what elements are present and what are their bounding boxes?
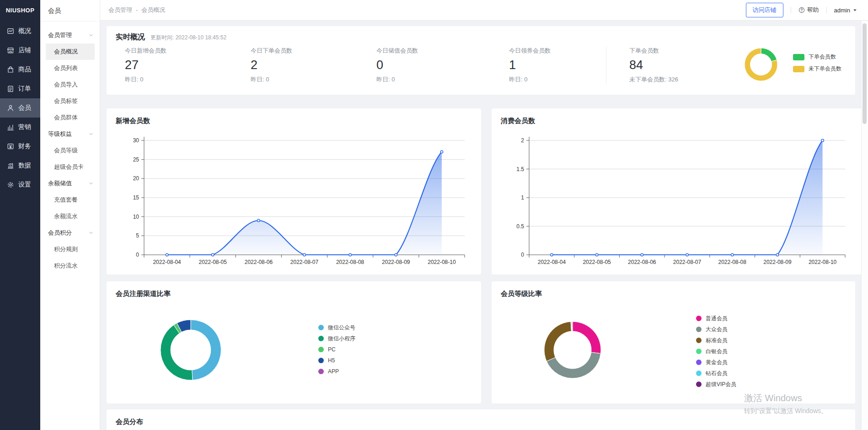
svg-text:10: 10 [133, 214, 139, 220]
legend-label: 下单会员数 [809, 53, 836, 61]
breadcrumb-separator: - [136, 6, 138, 13]
member-level-body: 普通会员大众会员标准会员白银会员黄金会员钻石会员超级VIP会员 [501, 301, 846, 393]
stat-label: 下单会员数 [629, 47, 744, 55]
submenu-item-points-records[interactable]: 积分流水 [46, 258, 95, 274]
member-level-donut-wrap [536, 313, 609, 388]
overview-title-row: 实时概况 更新时间: 2022-08-10 18:45:52 [116, 32, 846, 42]
new-members-title: 新增会员数 [116, 117, 472, 125]
consume-members-line-chart: 00.511.522022-08-042022-08-052022-08-062… [501, 129, 852, 265]
sidebar-item-marketing[interactable]: 营销 [0, 118, 40, 137]
legend-item[interactable]: 黄金会员 [696, 357, 736, 368]
stat-value: 84 [629, 58, 744, 72]
legend-item[interactable]: 大众会员 [696, 324, 736, 335]
legend-item[interactable]: 普通会员 [696, 313, 736, 324]
new-members-line-chart: 0510152025302022-08-042022-08-052022-08-… [116, 129, 472, 265]
header-divider [791, 7, 791, 13]
breadcrumb: 会员管理-会员概况 [108, 6, 165, 14]
submenu-item-member-list[interactable]: 会员列表 [46, 60, 95, 76]
consume-members-card: 消费会员数 00.511.522022-08-042022-08-052022-… [492, 108, 862, 274]
sidebar-item-label: 设置 [18, 181, 31, 189]
question-icon [798, 7, 805, 13]
submenu-item-member-overview[interactable]: 会员概况 [46, 43, 95, 60]
legend-item[interactable]: PC [318, 344, 355, 355]
submenu-group-label: 余额储值 [48, 179, 72, 188]
main-content: 实时概况 更新时间: 2022-08-10 18:45:52 今日新增会员数27… [100, 21, 862, 430]
legend-label: 大众会员 [706, 326, 728, 333]
sidebar-item-goods[interactable]: 商品 [0, 60, 40, 79]
submenu-group-balance-stored[interactable]: 余额储值 [40, 175, 100, 192]
stats-row: 今日新增会员数27昨日: 0今日下单会员数2昨日: 0今日储值会员数0昨日: 0… [116, 47, 846, 84]
submenu-group-member-management[interactable]: 会员管理 [40, 27, 100, 43]
legend-item[interactable]: 钻石会员 [696, 368, 736, 379]
legend-item[interactable]: APP [318, 366, 355, 377]
submenu-item-member-level[interactable]: 会员等级 [46, 142, 95, 159]
register-channel-title: 会员注册渠道比率 [116, 290, 472, 298]
chevron-down-icon [89, 231, 93, 235]
submenu-group-label: 会员积分 [48, 229, 72, 237]
legend-swatch [696, 327, 702, 332]
chevron-down-icon [89, 132, 93, 136]
legend-item[interactable]: 下单会员数 [793, 51, 841, 63]
sidebar-item-shop[interactable]: 店铺 [0, 41, 40, 60]
legend-item[interactable]: 未下单会员数 [793, 63, 841, 75]
sidebar-item-label: 订单 [18, 85, 31, 93]
help-link[interactable]: 帮助 [798, 6, 819, 14]
stat-label: 今日领券会员数 [509, 47, 606, 55]
legend-label: APP [328, 368, 339, 375]
stat-sub: 昨日: 0 [376, 75, 509, 84]
sidebar-item-label: 会员 [18, 104, 31, 112]
shop-icon [7, 47, 14, 54]
sidebar-item-label: 财务 [18, 142, 31, 150]
legend-item[interactable]: H5 [318, 355, 355, 366]
sidebar-item-member[interactable]: 会员 [0, 98, 40, 118]
sidebar-item-settings[interactable]: 设置 [0, 175, 40, 194]
primary-nav-list: 概况店铺商品订单会员营销财务数据设置 [0, 22, 40, 194]
user-menu[interactable]: admin [834, 7, 857, 14]
donut-chart-row: 会员注册渠道比率 微信公众号微信小程序PCH5APP 会员等级比率 普通会员大众… [107, 281, 855, 403]
svg-text:2022-08-09: 2022-08-09 [763, 259, 792, 265]
marketing-icon [7, 124, 14, 131]
legend-swatch [793, 54, 804, 60]
legend-item[interactable]: 标准会员 [696, 335, 736, 346]
svg-text:2: 2 [521, 137, 524, 144]
stat-sub: 未下单会员数: 326 [629, 75, 744, 84]
legend-item[interactable]: 白银会员 [696, 346, 736, 357]
legend-swatch [696, 349, 702, 354]
submenu-item-member-tags[interactable]: 会员标签 [46, 93, 95, 109]
visit-shop-button[interactable]: 访问店铺 [746, 3, 783, 17]
submenu-group-label: 等级权益 [48, 130, 72, 138]
sidebar-item-overview[interactable]: 概况 [0, 22, 40, 41]
member-level-donut-chart [536, 313, 609, 387]
legend-swatch [318, 347, 324, 352]
legend-item[interactable]: 微信小程序 [318, 333, 355, 344]
stat-column: 今日储值会员数0昨日: 0 [376, 47, 509, 84]
submenu-item-recharge-packages[interactable]: 充值套餐 [46, 192, 95, 208]
submenu-group-level-benefits[interactable]: 等级权益 [40, 126, 100, 142]
legend-item[interactable]: 超级VIP会员 [696, 379, 736, 390]
register-channel-body: 微信公众号微信小程序PCH5APP [116, 301, 472, 393]
sidebar-item-order[interactable]: 订单 [0, 79, 40, 98]
svg-text:30: 30 [133, 137, 139, 144]
submenu-group-member-points[interactable]: 会员积分 [40, 225, 100, 241]
goods-icon [7, 66, 14, 73]
submenu-item-super-member-card[interactable]: 超级会员卡 [46, 159, 95, 175]
submenu-item-balance-records[interactable]: 余额流水 [46, 208, 95, 225]
stat-column: 今日新增会员数27昨日: 0 [125, 47, 251, 84]
stat-column: 下单会员数84未下单会员数: 326 [629, 47, 744, 84]
svg-text:25: 25 [133, 156, 139, 163]
sidebar-item-label: 数据 [18, 161, 31, 170]
scrollbar[interactable] [861, 21, 868, 430]
submenu-item-member-groups[interactable]: 会员群体 [46, 109, 95, 126]
sidebar-item-finance[interactable]: 财务 [0, 137, 40, 156]
legend-item[interactable]: 微信公众号 [318, 322, 355, 333]
sidebar-item-data[interactable]: 数据 [0, 156, 40, 175]
svg-text:2022-08-08: 2022-08-08 [718, 259, 747, 265]
svg-text:2022-08-07: 2022-08-07 [673, 259, 702, 265]
submenu-item-points-rules[interactable]: 积分规则 [46, 241, 95, 258]
submenu-item-member-import[interactable]: 会员导入 [46, 76, 95, 93]
scrollbar-thumb[interactable] [863, 23, 867, 124]
breadcrumb-parent[interactable]: 会员管理 [108, 6, 132, 13]
stat-label: 今日下单会员数 [251, 47, 376, 55]
stat-label: 今日储值会员数 [376, 47, 509, 55]
legend-swatch [696, 338, 702, 343]
